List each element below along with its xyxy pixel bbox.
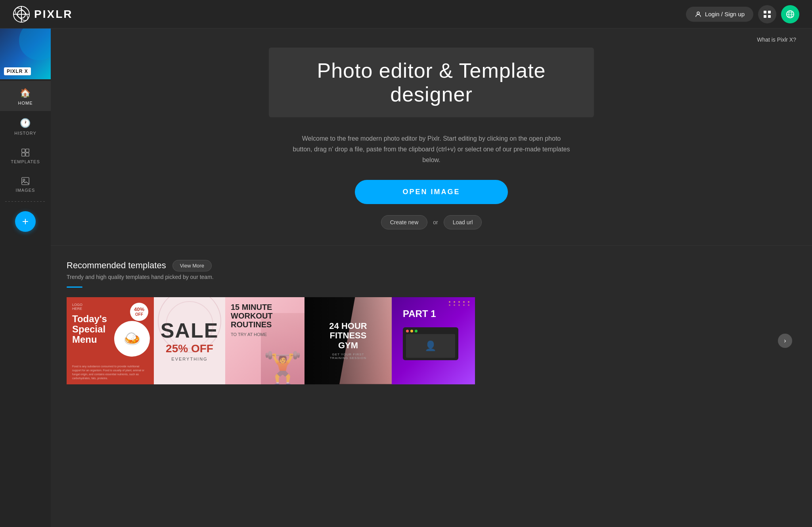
- history-icon: 🕐: [20, 118, 31, 128]
- hero-title: Photo editor & Template designer: [293, 59, 570, 106]
- sidebar-logo-tile[interactable]: PIXLR X: [0, 29, 51, 79]
- sidebar-item-templates-label: TEMPLATES: [11, 159, 40, 164]
- add-button[interactable]: +: [15, 211, 36, 232]
- templates-section: Recommended templates View More Trendy a…: [51, 245, 812, 527]
- templates-icon: [21, 148, 30, 157]
- section-subtitle: Trendy and high quality templates hand p…: [67, 274, 796, 280]
- svg-rect-8: [764, 15, 766, 18]
- sidebar-item-images-label: IMAGES: [16, 188, 35, 193]
- logo-text: PIXLR: [34, 8, 73, 21]
- globe-icon: [786, 10, 795, 19]
- template-card-sale[interactable]: SALE 25% OFF EVERYTHING: [154, 297, 225, 384]
- sidebar: PIXLR X 🏠 HOME 🕐 HISTORY TEMPLATES: [0, 29, 51, 527]
- load-url-button[interactable]: Load url: [444, 215, 482, 229]
- section-accent-line: [67, 286, 82, 288]
- add-icon: +: [22, 215, 29, 228]
- carousel-next-button[interactable]: ›: [778, 334, 792, 348]
- images-icon: [21, 177, 30, 185]
- sidebar-item-home-label: HOME: [18, 101, 33, 105]
- hero-section: What is Pixlr X? Photo editor & Template…: [51, 29, 812, 245]
- home-icon: 🏠: [20, 88, 31, 98]
- svg-rect-9: [768, 15, 771, 18]
- logo-area: PIXLR: [13, 6, 73, 23]
- hero-actions: Create new or Load url: [381, 215, 482, 229]
- tmpl1-badge: 40% OFF: [130, 303, 148, 321]
- svg-rect-17: [22, 153, 25, 156]
- sidebar-item-home[interactable]: 🏠 HOME: [0, 81, 51, 111]
- hero-title-box: Photo editor & Template designer: [269, 48, 594, 117]
- tmpl3-title: 15 MINUTEWORKOUTROUTINES TO TRY AT HOME: [231, 303, 299, 338]
- sidebar-logo-label: PIXLR X: [4, 67, 31, 75]
- open-image-button[interactable]: OPEN IMAGE: [355, 180, 508, 204]
- sidebar-nav: 🏠 HOME 🕐 HISTORY TEMPLATES: [0, 81, 51, 198]
- sidebar-item-history[interactable]: 🕐 HISTORY: [0, 111, 51, 141]
- templates-carousel: LOGOHERE 40% OFF Today'sSpecialMenu 🍛 Fo…: [67, 297, 796, 384]
- tmpl1-plate: 🍛: [114, 321, 150, 357]
- what-is-link[interactable]: What is Pixlr X?: [757, 36, 796, 43]
- tmpl5-part-label: PART 1: [403, 308, 464, 319]
- sidebar-item-images[interactable]: IMAGES: [0, 170, 51, 198]
- login-button[interactable]: Login / Sign up: [686, 7, 753, 22]
- language-button[interactable]: [781, 5, 799, 23]
- template-card-fitness-gym[interactable]: 24 HOURFITNESSGYM GET YOUR FIRSTTRAINING…: [304, 297, 392, 384]
- person-icon: [695, 11, 702, 18]
- svg-rect-15: [22, 149, 25, 152]
- tmpl4-text: 24 HOURFITNESSGYM GET YOUR FIRSTTRAINING…: [329, 321, 367, 360]
- svg-point-20: [23, 179, 25, 181]
- svg-rect-7: [768, 11, 771, 13]
- template-card-special-menu[interactable]: LOGOHERE 40% OFF Today'sSpecialMenu 🍛 Fo…: [67, 297, 154, 384]
- grid-menu-button[interactable]: [758, 5, 776, 23]
- tmpl1-food-emoji: 🍛: [123, 330, 141, 347]
- section-title: Recommended templates: [67, 260, 166, 271]
- or-label: or: [433, 219, 438, 225]
- svg-point-5: [697, 12, 699, 14]
- svg-rect-16: [26, 149, 29, 152]
- svg-rect-6: [764, 11, 766, 13]
- topbar-right: Login / Sign up: [686, 5, 799, 23]
- view-more-button[interactable]: View More: [172, 260, 212, 271]
- topbar: PIXLR Login / Sign up: [0, 0, 812, 29]
- create-new-button[interactable]: Create new: [381, 215, 428, 229]
- template-card-workout[interactable]: 15 MINUTEWORKOUTROUTINES TO TRY AT HOME …: [225, 297, 304, 384]
- tmpl2-everything: EVERYTHING: [171, 357, 207, 361]
- pixlr-logo-icon: [13, 6, 30, 23]
- tmpl1-desc: Food is any substance consumed to provid…: [72, 365, 148, 380]
- sidebar-item-templates[interactable]: TEMPLATES: [0, 141, 51, 170]
- svg-rect-19: [22, 178, 29, 185]
- svg-rect-18: [26, 153, 29, 156]
- section-header: Recommended templates View More: [67, 260, 796, 271]
- chevron-right-icon: ›: [784, 337, 786, 344]
- sidebar-divider: [5, 201, 46, 202]
- sidebar-item-history-label: HISTORY: [14, 131, 36, 136]
- main-content: What is Pixlr X? Photo editor & Template…: [51, 29, 812, 527]
- layout: PIXLR X 🏠 HOME 🕐 HISTORY TEMPLATES: [0, 29, 812, 527]
- hero-subtitle: Welcome to the free modern photo editor …: [293, 133, 570, 166]
- template-card-part-one[interactable]: PART 1 👤: [392, 297, 475, 384]
- grid-icon: [763, 10, 771, 18]
